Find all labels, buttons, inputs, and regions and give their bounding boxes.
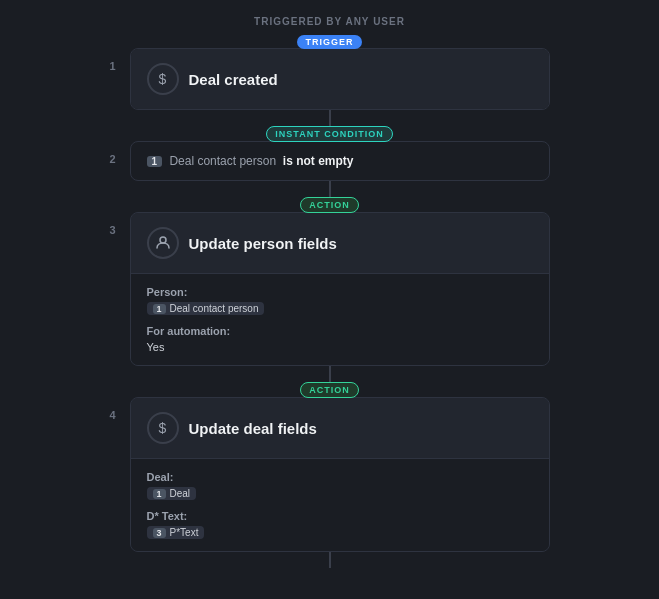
condition-bold: is not empty — [283, 154, 354, 168]
dtext-ref-badge: 3 P*Text — [147, 526, 205, 539]
step-number-4: 4 — [110, 409, 122, 421]
step-row-2: 2 1 Deal contact person is not empty — [110, 141, 550, 181]
badge-row-4: ACTION — [300, 382, 359, 397]
trigger-badge: TRIGGER — [297, 35, 361, 49]
triggered-by-label: TRIGGERED BY ANY USER — [254, 16, 405, 27]
step-row-4: 4 $ Update deal fields Deal: 1 Deal D* T… — [110, 397, 550, 552]
connector-1 — [329, 110, 331, 126]
condition-text: 1 Deal contact person is not empty — [147, 154, 533, 168]
action-badge-4: ACTION — [300, 382, 359, 398]
deal-ref-num: 1 — [153, 489, 166, 499]
automation-label: For automation: — [147, 325, 533, 337]
badge-row-2: INSTANT CONDITION — [266, 126, 392, 141]
instant-badge: INSTANT CONDITION — [266, 126, 392, 142]
deal-created-icon: $ — [147, 63, 179, 95]
card-header-1: $ Deal created — [131, 49, 549, 109]
dtext-value: 3 P*Text — [147, 526, 533, 539]
dtext-ref-text: P*Text — [170, 527, 199, 538]
condition-ref: 1 — [147, 156, 163, 167]
step-number-2: 2 — [110, 153, 122, 165]
workflow-container: TRIGGERED BY ANY USER TRIGGER 1 $ Deal c… — [0, 16, 659, 568]
card-body-3: Person: 1 Deal contact person For automa… — [131, 273, 549, 365]
connector-2 — [329, 181, 331, 197]
person-value: 1 Deal contact person — [147, 302, 533, 315]
person-label: Person: — [147, 286, 533, 298]
step-number-3: 3 — [110, 224, 122, 236]
person-ref-text: Deal contact person — [170, 303, 259, 314]
step-1-title: Deal created — [189, 71, 278, 88]
step-1-wrapper: TRIGGER 1 $ Deal created — [110, 35, 550, 110]
step-3-wrapper: ACTION 3 Update person fields Person: — [110, 197, 550, 366]
step-card-1[interactable]: $ Deal created — [130, 48, 550, 110]
person-ref-num: 1 — [153, 304, 166, 314]
badge-row-3: ACTION — [300, 197, 359, 212]
person-icon — [147, 227, 179, 259]
step-row-3: 3 Update person fields Person: — [110, 212, 550, 366]
step-card-4[interactable]: $ Update deal fields Deal: 1 Deal D* Tex… — [130, 397, 550, 552]
step-4-wrapper: ACTION 4 $ Update deal fields Deal: 1 De… — [110, 382, 550, 552]
step-row-1: 1 $ Deal created — [110, 48, 550, 110]
condition-card[interactable]: 1 Deal contact person is not empty — [130, 141, 550, 181]
deal-label: Deal: — [147, 471, 533, 483]
card-header-3: Update person fields — [131, 213, 549, 273]
dtext-ref-num: 3 — [153, 528, 166, 538]
step-2-wrapper: INSTANT CONDITION 2 1 Deal contact perso… — [110, 126, 550, 181]
badge-row-1: TRIGGER — [297, 35, 361, 48]
step-4-title: Update deal fields — [189, 420, 317, 437]
step-card-3[interactable]: Update person fields Person: 1 Deal cont… — [130, 212, 550, 366]
card-header-4: $ Update deal fields — [131, 398, 549, 458]
deal-icon: $ — [147, 412, 179, 444]
deal-ref-badge: 1 Deal — [147, 487, 197, 500]
condition-label: Deal contact person — [169, 154, 276, 168]
card-body-4: Deal: 1 Deal D* Text: 3 P*Text — [131, 458, 549, 551]
connector-4 — [329, 552, 331, 568]
dtext-label: D* Text: — [147, 510, 533, 522]
step-number-1: 1 — [110, 60, 122, 72]
deal-ref-text: Deal — [170, 488, 191, 499]
svg-point-0 — [160, 237, 166, 243]
person-ref-badge: 1 Deal contact person — [147, 302, 265, 315]
step-3-title: Update person fields — [189, 235, 337, 252]
action-badge-3: ACTION — [300, 197, 359, 213]
connector-3 — [329, 366, 331, 382]
deal-value: 1 Deal — [147, 487, 533, 500]
automation-value: Yes — [147, 341, 533, 353]
